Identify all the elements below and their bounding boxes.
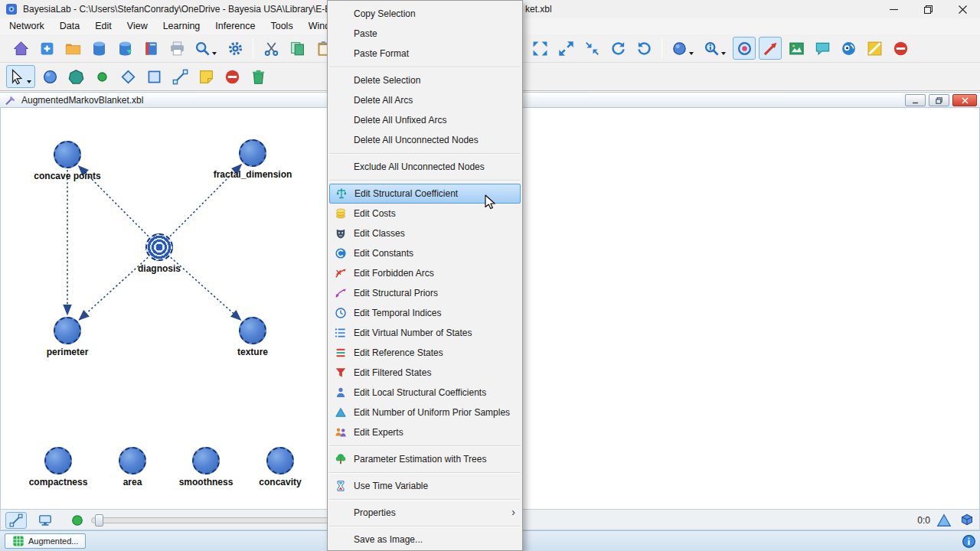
menubar-item-edit[interactable]: Edit — [87, 18, 119, 34]
context-menu-separator — [329, 67, 521, 67]
context-menu-item-delete-all-arcs[interactable]: Delete All Arcs — [328, 90, 522, 110]
document-minimize-button[interactable] — [905, 94, 926, 106]
context-menu-item-edit-local-structural-coefficients[interactable]: Edit Local Structural Coefficients — [328, 383, 522, 403]
menubar-item-learning[interactable]: Learning — [155, 18, 208, 34]
target-node-button[interactable] — [733, 37, 756, 60]
home-button[interactable] — [9, 37, 32, 60]
graph-node-texture[interactable] — [239, 317, 266, 344]
collapse-diagonal-button[interactable] — [580, 37, 603, 60]
database-button[interactable] — [87, 37, 110, 60]
note-tool-button[interactable] — [194, 65, 217, 88]
context-menu-item-edit-experts[interactable]: Edit Experts — [328, 422, 522, 442]
monitor-button[interactable] — [34, 512, 56, 529]
zoom-info-dropdown-caret[interactable] — [721, 52, 726, 55]
taskbar-item-augmented[interactable]: Augmented... — [5, 533, 86, 549]
arc-diagnosis-to-texture[interactable] — [171, 257, 240, 320]
arc-mode-button[interactable] — [5, 512, 27, 529]
node-ellipse-button[interactable] — [38, 65, 61, 88]
graph-node-concavity[interactable] — [266, 447, 294, 474]
cube-3d-icon[interactable] — [959, 512, 975, 527]
yellow-slash-button[interactable] — [863, 37, 886, 60]
document-restore-button[interactable] — [929, 94, 949, 106]
context-menu-item-edit-structural-priors[interactable]: Edit Structural Priors — [328, 283, 522, 303]
status-ok-button[interactable] — [67, 512, 88, 529]
scales-icon — [335, 187, 348, 201]
info-eye-button[interactable] — [837, 37, 860, 60]
rotate-right-button[interactable] — [632, 37, 655, 60]
context-menu-item-use-time-variable[interactable]: Use Time Variable — [328, 476, 522, 496]
zoom-slider-handle[interactable] — [95, 514, 103, 527]
context-menu-item-edit-classes[interactable]: Edit Classes — [328, 223, 522, 243]
arc-tool-button[interactable] — [168, 65, 191, 88]
context-menu-item-paste[interactable]: Paste — [328, 24, 522, 44]
rotate-left-button[interactable] — [606, 37, 629, 60]
context-menu-item-label: Edit Local Structural Coefficients — [354, 387, 486, 398]
node-circle-dropdown-caret[interactable] — [689, 52, 694, 55]
node-dot-button[interactable] — [90, 65, 113, 88]
expand-diagonal-button[interactable] — [554, 37, 577, 60]
open-folder-button[interactable] — [61, 37, 84, 60]
menubar-item-inference[interactable]: Inference — [207, 18, 263, 34]
context-menu-item-delete-all-unconnected-nodes[interactable]: Delete All Unconnected Nodes — [328, 130, 522, 150]
node-polygon-button[interactable] — [64, 65, 87, 88]
context-menu-item-edit-constants[interactable]: Edit Constants — [328, 243, 522, 263]
document-close-button[interactable] — [952, 94, 977, 106]
context-menu-item-properties[interactable]: Properties› — [328, 503, 522, 523]
database-sync-icon — [117, 41, 133, 57]
menubar-item-tools[interactable]: Tools — [263, 18, 300, 34]
node-rect-button[interactable] — [142, 65, 165, 88]
select-cursor-button[interactable] — [6, 65, 35, 88]
context-menu-item-parameter-estimation-with-trees[interactable]: Parameter Estimation with Trees — [328, 449, 522, 469]
context-menu-item-edit-temporal-indices[interactable]: Edit Temporal Indices — [328, 303, 522, 323]
node-diamond-button[interactable] — [116, 65, 139, 88]
minimize-button[interactable] — [877, 0, 911, 18]
graph-node-concave_points[interactable] — [54, 141, 81, 168]
zoom-button[interactable] — [191, 37, 220, 60]
graph-node-compactness[interactable] — [44, 447, 72, 474]
graph-node-perimeter[interactable] — [54, 317, 81, 344]
delete-tool-button[interactable] — [247, 65, 270, 88]
copy-button[interactable] — [286, 37, 309, 60]
context-menu-item-delete-selection[interactable]: Delete Selection — [328, 70, 522, 90]
triangle-icon[interactable] — [936, 513, 952, 528]
context-menu-item-copy-selection[interactable]: Copy Selection — [328, 4, 522, 24]
graph-node-fractal_dimension[interactable] — [239, 139, 266, 167]
zoom-info-button[interactable] — [701, 37, 730, 60]
fit-screen-button[interactable] — [528, 37, 551, 60]
restore-button[interactable] — [911, 0, 946, 18]
close-button[interactable] — [946, 0, 980, 18]
context-menu-item-delete-all-unfixed-arcs[interactable]: Delete All Unfixed Arcs — [328, 110, 522, 130]
comment-button[interactable] — [811, 37, 834, 60]
context-menu-item-edit-reference-states[interactable]: Edit Reference States — [328, 343, 522, 363]
menubar-item-network[interactable]: Network — [2, 18, 52, 34]
context-menu-item-edit-forbidden-arcs[interactable]: Edit Forbidden Arcs — [328, 263, 522, 283]
copy-icon — [289, 41, 305, 57]
select-cursor-dropdown-caret[interactable] — [27, 80, 31, 83]
menubar-item-data[interactable]: Data — [52, 18, 87, 34]
gear-button[interactable] — [224, 37, 247, 60]
context-menu-separator — [329, 180, 521, 181]
forbid-tool-button[interactable] — [220, 65, 243, 88]
straight-arcs-button[interactable] — [759, 37, 782, 60]
context-menu-item-edit-virtual-number-of-states[interactable]: Edit Virtual Number of States — [328, 323, 522, 343]
book-button[interactable] — [139, 37, 162, 60]
image-chart-button[interactable] — [785, 37, 808, 60]
database-sync-button[interactable] — [113, 37, 136, 60]
graph-node-smoothness[interactable] — [192, 447, 220, 474]
info-circle-icon[interactable] — [962, 534, 976, 549]
zoom-dropdown-caret[interactable] — [212, 52, 217, 55]
cut-button[interactable] — [260, 37, 283, 60]
context-menu-item-edit-filtered-states[interactable]: Edit Filtered States — [328, 363, 522, 383]
context-menu-item-exclude-all-unconnected-nodes[interactable]: Exclude All Unconnected Nodes — [328, 157, 522, 177]
print-button[interactable] — [165, 37, 188, 60]
menubar-item-view[interactable]: View — [119, 18, 155, 34]
context-menu-item-paste-format[interactable]: Paste Format — [328, 44, 522, 64]
context-menu-item-edit-number-of-uniform-prior-samples[interactable]: Edit Number of Uniform Prior Samples — [328, 403, 522, 422]
new-file-button[interactable] — [35, 37, 58, 60]
graph-node-area[interactable] — [119, 447, 146, 474]
stop-button[interactable] — [889, 37, 912, 60]
context-menu-item-save-as-image[interactable]: Save as Image... — [328, 530, 522, 549]
graph-node-diagnosis[interactable] — [145, 233, 173, 261]
node-circle-button[interactable] — [668, 37, 697, 60]
app-logo-icon — [5, 3, 18, 15]
